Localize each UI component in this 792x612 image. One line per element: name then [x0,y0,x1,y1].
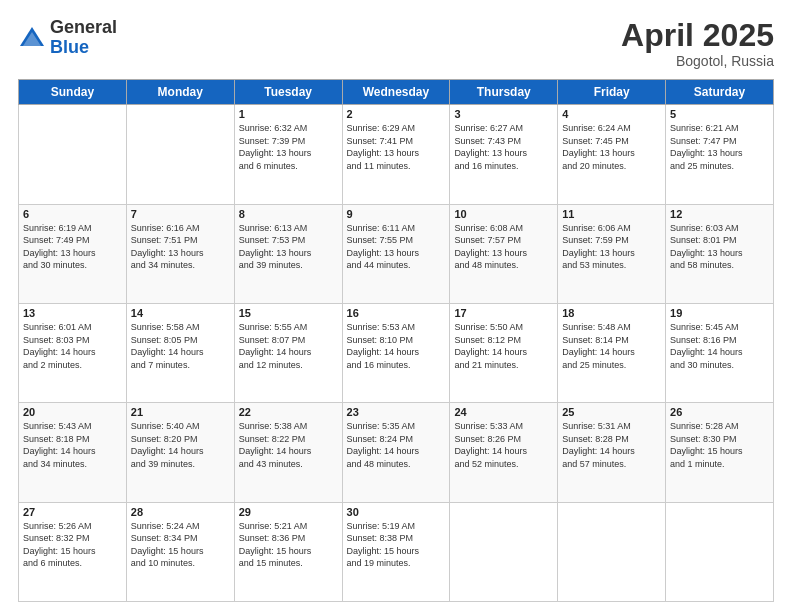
table-row: 4Sunrise: 6:24 AM Sunset: 7:45 PM Daylig… [558,105,666,204]
day-number: 12 [670,208,769,220]
calendar-table: Sunday Monday Tuesday Wednesday Thursday… [18,79,774,602]
day-info: Sunrise: 6:11 AM Sunset: 7:55 PM Dayligh… [347,222,446,272]
day-info: Sunrise: 6:29 AM Sunset: 7:41 PM Dayligh… [347,122,446,172]
table-row: 8Sunrise: 6:13 AM Sunset: 7:53 PM Daylig… [234,204,342,303]
table-row: 13Sunrise: 6:01 AM Sunset: 8:03 PM Dayli… [19,303,127,402]
day-number: 22 [239,406,338,418]
day-info: Sunrise: 5:48 AM Sunset: 8:14 PM Dayligh… [562,321,661,371]
day-number: 23 [347,406,446,418]
day-number: 7 [131,208,230,220]
day-number: 28 [131,506,230,518]
table-row: 2Sunrise: 6:29 AM Sunset: 7:41 PM Daylig… [342,105,450,204]
title-block: April 2025 Bogotol, Russia [621,18,774,69]
header: General Blue April 2025 Bogotol, Russia [18,18,774,69]
day-number: 17 [454,307,553,319]
table-row: 19Sunrise: 5:45 AM Sunset: 8:16 PM Dayli… [666,303,774,402]
table-row: 30Sunrise: 5:19 AM Sunset: 8:38 PM Dayli… [342,502,450,601]
col-wednesday: Wednesday [342,80,450,105]
table-row: 18Sunrise: 5:48 AM Sunset: 8:14 PM Dayli… [558,303,666,402]
table-row [126,105,234,204]
table-row: 5Sunrise: 6:21 AM Sunset: 7:47 PM Daylig… [666,105,774,204]
day-number: 15 [239,307,338,319]
table-row: 17Sunrise: 5:50 AM Sunset: 8:12 PM Dayli… [450,303,558,402]
col-tuesday: Tuesday [234,80,342,105]
day-info: Sunrise: 5:55 AM Sunset: 8:07 PM Dayligh… [239,321,338,371]
day-number: 11 [562,208,661,220]
day-number: 2 [347,108,446,120]
day-info: Sunrise: 5:53 AM Sunset: 8:10 PM Dayligh… [347,321,446,371]
day-number: 14 [131,307,230,319]
day-info: Sunrise: 5:21 AM Sunset: 8:36 PM Dayligh… [239,520,338,570]
table-row [450,502,558,601]
calendar-week-row: 20Sunrise: 5:43 AM Sunset: 8:18 PM Dayli… [19,403,774,502]
day-info: Sunrise: 6:08 AM Sunset: 7:57 PM Dayligh… [454,222,553,272]
table-row: 26Sunrise: 5:28 AM Sunset: 8:30 PM Dayli… [666,403,774,502]
table-row: 21Sunrise: 5:40 AM Sunset: 8:20 PM Dayli… [126,403,234,502]
table-row: 7Sunrise: 6:16 AM Sunset: 7:51 PM Daylig… [126,204,234,303]
day-number: 13 [23,307,122,319]
day-number: 27 [23,506,122,518]
day-info: Sunrise: 5:43 AM Sunset: 8:18 PM Dayligh… [23,420,122,470]
day-info: Sunrise: 5:50 AM Sunset: 8:12 PM Dayligh… [454,321,553,371]
col-monday: Monday [126,80,234,105]
table-row: 3Sunrise: 6:27 AM Sunset: 7:43 PM Daylig… [450,105,558,204]
calendar-week-row: 13Sunrise: 6:01 AM Sunset: 8:03 PM Dayli… [19,303,774,402]
table-row: 14Sunrise: 5:58 AM Sunset: 8:05 PM Dayli… [126,303,234,402]
table-row: 24Sunrise: 5:33 AM Sunset: 8:26 PM Dayli… [450,403,558,502]
logo: General Blue [18,18,117,58]
day-info: Sunrise: 5:45 AM Sunset: 8:16 PM Dayligh… [670,321,769,371]
table-row: 9Sunrise: 6:11 AM Sunset: 7:55 PM Daylig… [342,204,450,303]
day-info: Sunrise: 5:28 AM Sunset: 8:30 PM Dayligh… [670,420,769,470]
table-row: 12Sunrise: 6:03 AM Sunset: 8:01 PM Dayli… [666,204,774,303]
day-number: 1 [239,108,338,120]
day-info: Sunrise: 6:21 AM Sunset: 7:47 PM Dayligh… [670,122,769,172]
day-number: 6 [23,208,122,220]
col-friday: Friday [558,80,666,105]
logo-general-text: General [50,18,117,38]
table-row: 10Sunrise: 6:08 AM Sunset: 7:57 PM Dayli… [450,204,558,303]
day-number: 20 [23,406,122,418]
calendar-week-row: 6Sunrise: 6:19 AM Sunset: 7:49 PM Daylig… [19,204,774,303]
day-info: Sunrise: 6:19 AM Sunset: 7:49 PM Dayligh… [23,222,122,272]
col-saturday: Saturday [666,80,774,105]
table-row: 1Sunrise: 6:32 AM Sunset: 7:39 PM Daylig… [234,105,342,204]
logo-blue-text: Blue [50,38,117,58]
day-info: Sunrise: 6:13 AM Sunset: 7:53 PM Dayligh… [239,222,338,272]
day-number: 19 [670,307,769,319]
table-row: 29Sunrise: 5:21 AM Sunset: 8:36 PM Dayli… [234,502,342,601]
day-number: 4 [562,108,661,120]
table-row: 28Sunrise: 5:24 AM Sunset: 8:34 PM Dayli… [126,502,234,601]
day-number: 24 [454,406,553,418]
table-row: 15Sunrise: 5:55 AM Sunset: 8:07 PM Dayli… [234,303,342,402]
day-info: Sunrise: 5:33 AM Sunset: 8:26 PM Dayligh… [454,420,553,470]
day-info: Sunrise: 5:35 AM Sunset: 8:24 PM Dayligh… [347,420,446,470]
table-row: 20Sunrise: 5:43 AM Sunset: 8:18 PM Dayli… [19,403,127,502]
day-info: Sunrise: 6:01 AM Sunset: 8:03 PM Dayligh… [23,321,122,371]
day-number: 5 [670,108,769,120]
table-row [558,502,666,601]
day-info: Sunrise: 5:31 AM Sunset: 8:28 PM Dayligh… [562,420,661,470]
day-info: Sunrise: 6:27 AM Sunset: 7:43 PM Dayligh… [454,122,553,172]
day-info: Sunrise: 6:03 AM Sunset: 8:01 PM Dayligh… [670,222,769,272]
day-info: Sunrise: 6:24 AM Sunset: 7:45 PM Dayligh… [562,122,661,172]
col-thursday: Thursday [450,80,558,105]
table-row: 22Sunrise: 5:38 AM Sunset: 8:22 PM Dayli… [234,403,342,502]
col-sunday: Sunday [19,80,127,105]
table-row: 6Sunrise: 6:19 AM Sunset: 7:49 PM Daylig… [19,204,127,303]
day-info: Sunrise: 5:24 AM Sunset: 8:34 PM Dayligh… [131,520,230,570]
day-info: Sunrise: 5:26 AM Sunset: 8:32 PM Dayligh… [23,520,122,570]
table-row [666,502,774,601]
day-number: 26 [670,406,769,418]
table-row: 23Sunrise: 5:35 AM Sunset: 8:24 PM Dayli… [342,403,450,502]
day-info: Sunrise: 6:32 AM Sunset: 7:39 PM Dayligh… [239,122,338,172]
day-info: Sunrise: 6:16 AM Sunset: 7:51 PM Dayligh… [131,222,230,272]
day-number: 25 [562,406,661,418]
day-info: Sunrise: 5:38 AM Sunset: 8:22 PM Dayligh… [239,420,338,470]
day-info: Sunrise: 6:06 AM Sunset: 7:59 PM Dayligh… [562,222,661,272]
table-row: 25Sunrise: 5:31 AM Sunset: 8:28 PM Dayli… [558,403,666,502]
page: General Blue April 2025 Bogotol, Russia … [0,0,792,612]
logo-icon [18,24,46,52]
day-number: 29 [239,506,338,518]
location: Bogotol, Russia [621,53,774,69]
table-row: 27Sunrise: 5:26 AM Sunset: 8:32 PM Dayli… [19,502,127,601]
